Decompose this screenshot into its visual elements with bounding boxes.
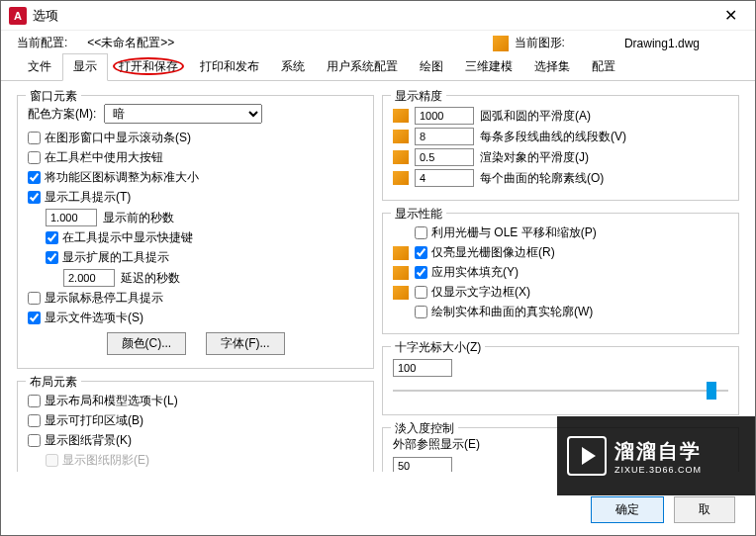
tab-2[interactable]: 打开和保存: [108, 53, 189, 80]
crosshair-slider[interactable]: [707, 382, 716, 400]
current-profile-value: <<未命名配置>>: [87, 35, 174, 51]
tab-5[interactable]: 用户系统配置: [316, 53, 409, 80]
performance-title: 显示性能: [391, 206, 446, 223]
arc-smooth-input[interactable]: [415, 107, 474, 125]
chk-shortcut[interactable]: 在工具提示中显示快捷键: [46, 229, 193, 246]
render-smooth-input[interactable]: [415, 148, 474, 166]
window-elements-title: 窗口元素: [26, 88, 81, 105]
current-profile-label: 当前配置:: [17, 35, 67, 51]
scheme-label: 配色方案(M):: [28, 106, 96, 123]
tab-3[interactable]: 打印和发布: [189, 53, 270, 80]
chk-paper-bg[interactable]: 显示图纸背景(K): [28, 432, 132, 449]
chk-paper-shadow[interactable]: 显示图纸阴影(E): [46, 452, 149, 469]
chk-print-area[interactable]: 显示可打印区域(B): [28, 412, 143, 429]
watermark: 溜溜自学 ZIXUE.3D66.COM: [557, 416, 755, 495]
tab-4[interactable]: 系统: [270, 53, 316, 80]
tab-7[interactable]: 三维建模: [454, 53, 523, 80]
delay-seconds-label: 延迟的秒数: [121, 270, 180, 287]
drawing-icon: [393, 266, 409, 280]
crosshair-title: 十字光标大小(Z): [391, 339, 485, 356]
current-drawing-label: 当前图形:: [515, 35, 565, 51]
colors-button[interactable]: 颜色(C)...: [107, 332, 187, 355]
cancel-button[interactable]: 取: [674, 496, 735, 523]
drawing-icon: [393, 246, 409, 260]
contour-lines-input[interactable]: [415, 169, 474, 187]
resolution-title: 显示精度: [391, 88, 446, 105]
chk-file-tabs[interactable]: 显示文件选项卡(S): [28, 310, 143, 326]
polyline-seg-input[interactable]: [415, 128, 474, 145]
tab-9[interactable]: 配置: [581, 53, 626, 80]
play-icon: [567, 436, 607, 476]
current-drawing-value: Drawing1.dwg: [624, 37, 700, 50]
scheme-select[interactable]: 暗: [104, 104, 262, 124]
chk-pan-zoom[interactable]: 利用光栅与 OLE 平移和缩放(P): [415, 224, 597, 241]
chk-silhouette[interactable]: 绘制实体和曲面的真实轮廓(W): [415, 304, 593, 320]
drawing-icon: [493, 36, 509, 51]
chk-big-buttons[interactable]: 在工具栏中使用大按钮: [28, 149, 163, 166]
drawing-icon: [393, 109, 409, 123]
fonts-button[interactable]: 字体(F)...: [206, 332, 284, 355]
crosshair-size-input[interactable]: [393, 359, 452, 377]
chk-scrollbar[interactable]: 在图形窗口中显示滚动条(S): [28, 130, 191, 146]
tab-0[interactable]: 文件: [17, 53, 62, 80]
xref-fade-input[interactable]: [393, 457, 452, 472]
close-icon[interactable]: ✕: [714, 2, 747, 29]
chk-text-frame[interactable]: 仅显示文字边框(X): [415, 284, 530, 301]
chk-layout-tabs[interactable]: 显示布局和模型选项卡(L): [28, 393, 178, 409]
chk-ext-tooltip[interactable]: 显示扩展的工具提示: [46, 249, 169, 266]
tab-8[interactable]: 选择集: [523, 53, 581, 80]
layout-elements-title: 布局元素: [26, 374, 81, 391]
chk-hover-tooltip[interactable]: 显示鼠标悬停工具提示: [28, 290, 163, 307]
delay-seconds-input[interactable]: [63, 269, 115, 287]
tab-1[interactable]: 显示: [62, 53, 108, 81]
drawing-icon: [393, 286, 409, 300]
chk-solid-fill[interactable]: 应用实体填充(Y): [415, 264, 519, 281]
app-icon: A: [9, 7, 27, 25]
chk-ribbon-std[interactable]: 将功能区图标调整为标准大小: [28, 169, 199, 186]
chk-tooltips[interactable]: 显示工具提示(T): [28, 189, 131, 206]
chk-raster-frame[interactable]: 仅亮显光栅图像边框(R): [415, 244, 555, 261]
tab-6[interactable]: 绘图: [409, 53, 454, 80]
tooltip-seconds-input[interactable]: [46, 209, 97, 226]
drawing-icon: [393, 130, 409, 143]
drawing-icon: [393, 171, 409, 185]
tooltip-seconds-label: 显示前的秒数: [103, 210, 174, 226]
window-title: 选项: [33, 7, 714, 25]
drawing-icon: [393, 150, 409, 164]
ok-button[interactable]: 确定: [591, 496, 664, 523]
fade-title: 淡入度控制: [391, 420, 458, 437]
